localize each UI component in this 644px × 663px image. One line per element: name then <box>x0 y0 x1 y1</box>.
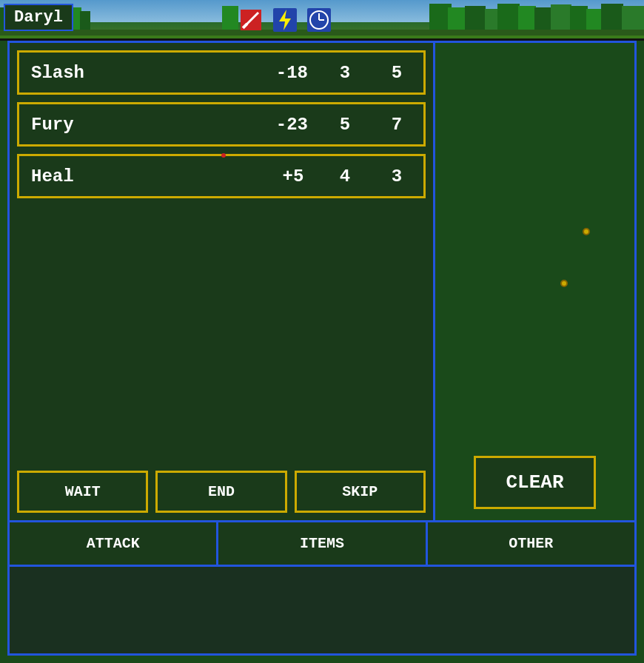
svg-rect-17 <box>570 6 588 33</box>
slash-effect: -18 <box>276 63 308 83</box>
skill-spacer <box>17 206 426 456</box>
right-panel: CLEAR <box>435 43 634 520</box>
slash-col2: 3 <box>330 63 360 83</box>
fury-col3: 7 <box>382 115 412 135</box>
slash-skill-name: Slash <box>31 63 276 83</box>
sword-icon-container <box>237 6 265 34</box>
clock-icon-container <box>305 6 333 34</box>
character-name: Daryl <box>14 8 63 27</box>
svg-rect-19 <box>601 4 623 33</box>
svg-rect-13 <box>497 4 520 33</box>
heal-skill-row[interactable]: Heal +5 4 3 <box>17 154 426 198</box>
lightning-icon-container <box>271 6 299 34</box>
tab-row: ATTACK ITEMS OTHER <box>10 520 634 565</box>
svg-rect-14 <box>518 6 536 33</box>
header-panel: Daryl <box>4 4 73 31</box>
fury-skill-name: Fury <box>31 115 276 135</box>
attack-tab[interactable]: ATTACK <box>10 522 218 565</box>
slash-col3: 5 <box>382 63 412 83</box>
svg-rect-22 <box>0 36 644 41</box>
heal-skill-values: +5 4 3 <box>278 166 412 186</box>
fury-effect: -23 <box>276 115 308 135</box>
header-icons <box>237 6 333 34</box>
main-ui: Slash -18 3 5 Fury -23 5 7 <box>7 41 637 656</box>
fury-skill-row[interactable]: Fury -23 5 7 <box>17 102 426 147</box>
slash-skill-row[interactable]: Slash -18 3 5 <box>17 50 426 95</box>
skip-button[interactable]: SKIP <box>295 471 426 513</box>
fury-skill-values: -23 5 7 <box>276 115 412 135</box>
svg-rect-15 <box>534 7 551 33</box>
heal-skill-name: Heal <box>31 166 278 186</box>
end-button[interactable]: END <box>155 471 286 513</box>
svg-rect-18 <box>586 9 601 31</box>
enemy-dot-1 <box>583 228 590 235</box>
content-row: Slash -18 3 5 Fury -23 5 7 <box>10 43 634 520</box>
bottom-info-panel <box>10 565 634 653</box>
enemy-dot-2 <box>560 280 568 287</box>
svg-rect-10 <box>448 7 466 33</box>
game-scene: Daryl <box>0 0 644 41</box>
fury-skill-wrapper: Fury -23 5 7 <box>17 102 426 147</box>
bottom-buttons: WAIT END SKIP <box>17 463 426 513</box>
heal-indicator <box>221 153 226 158</box>
lightning-icon <box>272 7 298 33</box>
svg-rect-8 <box>222 6 238 30</box>
heal-col3: 3 <box>382 166 412 186</box>
slash-skill-values: -18 3 5 <box>276 63 412 83</box>
heal-effect: +5 <box>278 166 308 186</box>
slash-skill-wrapper: Slash -18 3 5 <box>17 50 426 95</box>
heal-col2: 4 <box>330 166 360 186</box>
svg-rect-16 <box>551 4 571 33</box>
clock-icon <box>306 7 332 33</box>
other-tab[interactable]: OTHER <box>428 522 634 565</box>
heal-skill-wrapper: Heal +5 4 3 <box>17 154 426 198</box>
svg-rect-7 <box>80 11 90 30</box>
left-panel: Slash -18 3 5 Fury -23 5 7 <box>10 43 435 520</box>
clear-button[interactable]: CLEAR <box>474 456 595 509</box>
items-tab[interactable]: ITEMS <box>218 522 427 565</box>
fury-col2: 5 <box>330 115 360 135</box>
wait-button[interactable]: WAIT <box>17 471 148 513</box>
sword-icon <box>238 7 264 33</box>
